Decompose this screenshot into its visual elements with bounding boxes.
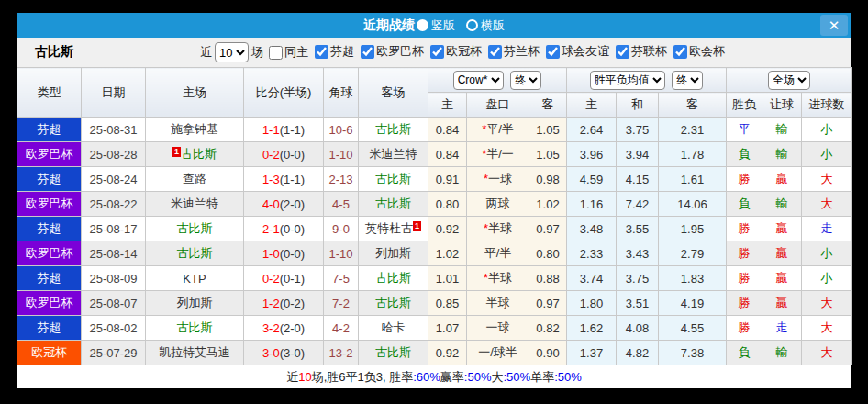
score-cell: 2-1(0-0) [244, 217, 324, 241]
odds-cell: 0.90 [529, 341, 567, 365]
goals-result-cell: 小 [802, 266, 852, 291]
team-label: 古比斯 [375, 271, 411, 285]
result-cell: 勝 [727, 241, 762, 266]
home-team: 凯拉特艾马迪 [146, 341, 244, 365]
league-filter[interactable]: 芬超 [315, 43, 354, 60]
match-date: 25-08-02 [82, 316, 146, 341]
col-header-type: 类型 [17, 68, 82, 118]
avg-odds-cell: 1.37 [567, 341, 617, 365]
corners-cell: 13-2 [324, 341, 359, 365]
odds-cell: 0.85 [428, 291, 467, 316]
handicap-cell: 两球 [467, 192, 529, 217]
league-checkbox[interactable] [673, 45, 687, 59]
handicap-cell: 一球 [467, 316, 529, 341]
handicap-star: * [482, 147, 486, 161]
away-team: 古比斯 [359, 341, 428, 365]
fulltime-score: 1-0 [262, 247, 280, 261]
sub-column-header: 主 [428, 93, 467, 118]
league-badge: 芬超 [17, 217, 82, 241]
scope-select[interactable]: 全场 [768, 71, 810, 90]
avg-odds-cell: 1.61 [659, 167, 727, 192]
away-team: 列加斯 [359, 241, 428, 266]
avg-time-select[interactable]: 终 [672, 71, 703, 90]
league-badge: 芬超 [17, 316, 82, 341]
team-label: 古比斯 [375, 196, 411, 210]
odds-provider-select[interactable]: Crow* [453, 71, 504, 90]
summary-segment: 近 [286, 369, 298, 386]
sub-column-header: 客 [529, 93, 567, 118]
odds-cell: 0.84 [428, 142, 467, 167]
league-badge: 芬超 [17, 266, 82, 291]
team-label: 古比斯 [375, 172, 411, 185]
league-checkbox[interactable] [430, 45, 444, 59]
avg-odds-cell: 1.80 [567, 291, 617, 316]
home-team: 古比斯 [146, 316, 244, 341]
team-label: 列加斯 [177, 296, 213, 309]
col-header-score: 比分(半场) [244, 68, 324, 118]
handicap-result-cell: 輸 [762, 118, 802, 142]
radio-vertical-label[interactable]: 竖版 [431, 18, 455, 32]
odds-cell: 0.91 [428, 167, 467, 192]
fulltime-score: 0-2 [262, 148, 280, 162]
league-filter[interactable]: 球会友谊 [546, 43, 609, 60]
odds-time-select[interactable]: 终 [510, 71, 541, 90]
league-filter[interactable]: 欧罗巴杯 [361, 43, 424, 60]
league-filter[interactable]: 欧冠杯 [430, 43, 482, 60]
corners-cell: 2-13 [324, 167, 359, 192]
league-checkbox[interactable] [616, 45, 629, 59]
handicap-star: * [484, 271, 488, 285]
radio-vertical[interactable] [417, 19, 428, 31]
team-label: 哈卡 [382, 320, 406, 334]
col-header-home: 主场 [146, 68, 244, 118]
team-label: 施拿钟基 [171, 122, 218, 136]
match-row: 芬超25-08-24查路1-3(1-1)2-13古比斯0.91*一球0.984.… [17, 167, 852, 192]
match-date: 25-08-14 [82, 241, 146, 266]
score-cell: 3-0(3-0) [244, 341, 324, 365]
result-cell: 勝 [727, 316, 762, 341]
handicap-result-cell: 贏 [762, 291, 802, 316]
home-team: 1古比斯 [146, 142, 244, 167]
team-label: 古比斯 [181, 147, 217, 161]
avg-odds-cell: 3.55 [617, 217, 659, 241]
games-count-select[interactable]: 10 [215, 42, 249, 62]
league-checkbox[interactable] [546, 45, 560, 59]
avg-odds-cell: 2.79 [659, 241, 727, 266]
summary-segment: 10 [298, 370, 311, 384]
league-checkbox[interactable] [315, 45, 328, 59]
away-team: 哈卡 [359, 316, 428, 341]
league-badge: 芬超 [17, 118, 82, 142]
avg-type-select[interactable]: 胜平负均值 [590, 71, 665, 90]
league-checkbox[interactable] [361, 45, 374, 59]
league-filter[interactable]: 欧会杯 [673, 43, 725, 60]
handicap-result-cell: 贏 [762, 241, 802, 266]
team-label: 英特杜古 [365, 221, 413, 235]
team-label: 古比斯 [375, 296, 411, 309]
same-home-checkbox[interactable] [269, 46, 283, 60]
title-group: 近期战绩竖版横版 [363, 17, 505, 34]
radio-horizontal[interactable] [466, 19, 478, 31]
league-checkbox[interactable] [488, 45, 502, 59]
league-filter[interactable]: 芬联杯 [616, 43, 667, 60]
result-cell: 勝 [727, 266, 762, 291]
close-button[interactable]: ✕ [820, 15, 848, 36]
odds-cell: 0.97 [529, 217, 567, 241]
handicap-cell: *半/一 [467, 142, 529, 167]
league-filter[interactable]: 芬兰杯 [488, 43, 540, 60]
avg-odds-cell: 3.43 [617, 241, 659, 266]
red-card-badge: 1 [172, 147, 181, 157]
summary-segment: :50% [504, 370, 531, 384]
near-label: 近 [200, 44, 212, 61]
halftime-score: (0-2) [280, 297, 305, 310]
same-home-filter[interactable]: 同主 [269, 44, 308, 61]
league-badge: 欧冠杯 [17, 341, 82, 365]
team-label: 查路 [183, 172, 206, 185]
avg-odds-cell: 3.48 [567, 217, 617, 241]
radio-horizontal-label[interactable]: 横版 [481, 18, 505, 32]
match-row: 芬超25-08-09KTP0-2(0-1)7-5古比斯1.01*半球0.883.… [17, 266, 852, 291]
corners-cell: 1-10 [324, 241, 359, 266]
match-row: 欧罗巴杯25-08-07列加斯1-2(0-2)7-2古比斯0.85半球0.971… [17, 291, 852, 316]
sub-column-header: 客 [659, 93, 727, 118]
avg-odds-cell: 4.59 [567, 167, 617, 192]
halftime-score: (0-1) [280, 272, 305, 286]
sub-column-header: 和 [617, 93, 659, 118]
